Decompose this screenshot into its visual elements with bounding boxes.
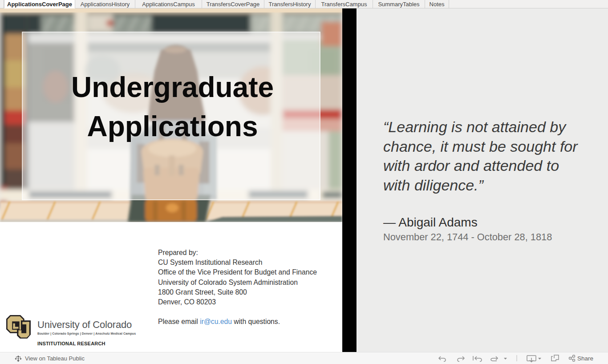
svg-text:Share: Share xyxy=(577,355,593,362)
